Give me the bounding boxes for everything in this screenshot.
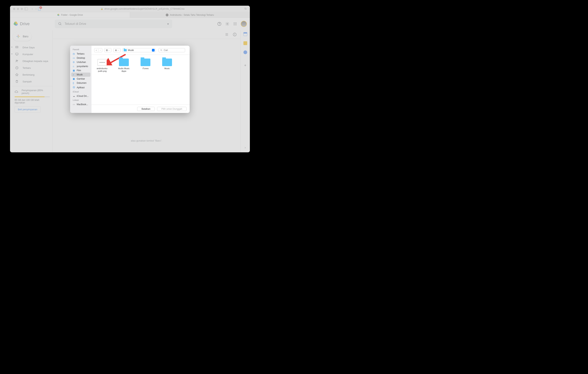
finder-sidebar-home[interactable]: ⌂yusyulianto: [71, 64, 90, 68]
finder-sidebar-music[interactable]: ♪Musik: [71, 73, 90, 77]
finder-sidebar-pictures[interactable]: ▣Gambar: [71, 77, 90, 81]
finder-item-label: Music: [164, 67, 170, 70]
upload-button[interactable]: Pilih untuk Diunggah: [157, 107, 187, 111]
finder-group-button[interactable]: ≣ ⌄: [114, 49, 120, 52]
finder-item-folder[interactable]: Music: [159, 59, 175, 70]
favorites-header: Favorit: [71, 48, 90, 52]
cancel-button[interactable]: Batalkan: [137, 107, 155, 111]
finder-sidebar-applications[interactable]: ⒶAplikasi: [71, 85, 90, 90]
svg-line-39: [162, 50, 162, 51]
finder-search[interactable]: [158, 48, 185, 52]
finder-sidebar-documents[interactable]: ▯Dokumen: [71, 81, 90, 85]
locations-header: Lokasi: [71, 98, 90, 102]
file-thumbnail: androbuntu: [98, 59, 107, 65]
finder-sidebar-movies[interactable]: ▦Film: [71, 68, 90, 73]
folder-icon: [162, 59, 172, 66]
finder-sidebar-macbook[interactable]: ▭MacBook...: [71, 102, 90, 107]
finder-back-button[interactable]: ‹: [94, 49, 98, 52]
picture-icon: ▣: [73, 77, 75, 80]
cloud-icon: ☁: [73, 95, 75, 97]
finder-sidebar: Favorit ◷Terbaru ▭Desktop ⊙Unduhan ⌂yusy…: [70, 46, 92, 113]
finder-sidebar-recent[interactable]: ◷Terbaru: [71, 52, 90, 56]
finder-item-label: androbuntu-putih.png: [94, 67, 110, 73]
finder-item-folder[interactable]: iTunes: [138, 59, 153, 70]
folder-icon: [124, 49, 127, 51]
finder-path-name: Musik: [128, 49, 134, 52]
finder-path-dropdown[interactable]: Musik ⌄: [122, 48, 156, 52]
folder-icon: [119, 59, 129, 66]
finder-sidebar-icloud[interactable]: ☁iCloud Dri...: [71, 94, 90, 98]
finder-item-label: Audio Music Apps: [116, 67, 132, 73]
music-icon: ♪: [73, 73, 75, 76]
desktop-icon: ▭: [73, 57, 75, 59]
icloud-header: iCloud: [71, 90, 90, 94]
document-icon: ▯: [73, 82, 75, 84]
laptop-icon: ▭: [73, 103, 75, 106]
clock-icon: ◷: [73, 53, 75, 55]
finder-sidebar-desktop[interactable]: ▭Desktop: [71, 56, 90, 60]
finder-item-folder[interactable]: Audio Music Apps: [116, 59, 132, 73]
finder-item-file[interactable]: androbuntu androbuntu-putih.png: [94, 59, 110, 73]
finder-open-dialog: Favorit ◷Terbaru ▭Desktop ⊙Unduhan ⌂yusy…: [70, 46, 190, 113]
finder-footer: Batalkan Pilih untuk Diunggah: [92, 105, 190, 113]
finder-toolbar: ‹ › ⊞ ⌄ ≣ ⌄ Musik ⌄: [92, 46, 190, 55]
svg-point-38: [161, 49, 162, 51]
finder-icon-view-button[interactable]: ⊞ ⌄: [104, 49, 111, 52]
finder-sidebar-downloads[interactable]: ⊙Unduhan: [71, 60, 90, 64]
finder-forward-button[interactable]: ›: [98, 49, 102, 52]
chevron-updown-icon: ⌄: [152, 49, 155, 52]
search-icon: [160, 49, 163, 51]
finder-content: androbuntu androbuntu-putih.png Audio Mu…: [92, 55, 190, 105]
folder-icon: [141, 59, 150, 66]
downloads-icon: ⊙: [73, 61, 75, 64]
home-icon: ⌂: [73, 65, 75, 68]
finder-search-input[interactable]: [164, 49, 183, 52]
film-icon: ▦: [73, 69, 75, 72]
finder-item-label: iTunes: [142, 67, 149, 70]
applications-icon: Ⓐ: [73, 86, 75, 89]
